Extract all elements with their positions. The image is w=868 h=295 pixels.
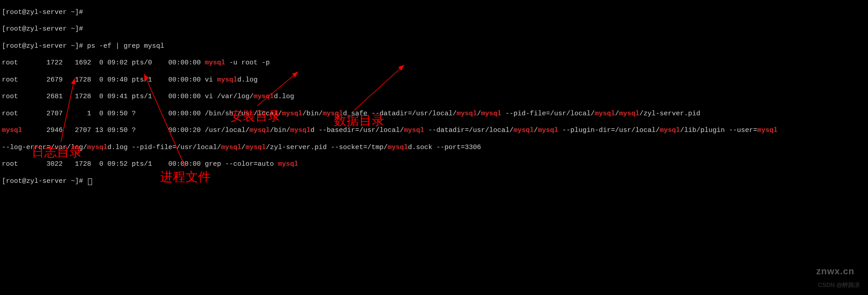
annotation-log-dir: 日志目录 <box>32 144 82 160</box>
ps-row: root 1722 1692 0 09:02 pts/0 00:00:00 my… <box>2 59 777 68</box>
annotation-data-dir: 数据目录 <box>334 113 384 128</box>
annotation-process-file: 进程文件 <box>160 169 211 185</box>
prompt-line: [root@zyl-server ~]# <box>2 9 777 17</box>
prompt-line: [root@zyl-server ~]# <box>2 25 777 34</box>
watermark-logo: znwx.cn <box>816 266 854 277</box>
command-line: [root@zyl-server ~]# ps -ef | grep mysql <box>2 42 777 51</box>
prompt-line: [root@zyl-server ~]# <box>2 177 777 186</box>
ps-row: mysql 2946 2707 13 09:50 ? 00:00:20 /usr… <box>2 127 777 135</box>
ps-row: root 2707 1 0 09:50 ? 00:00:00 /bin/sh /… <box>2 110 777 118</box>
ps-row: root 3022 1728 0 09:52 pts/1 00:00:00 gr… <box>2 160 777 169</box>
terminal-output[interactable]: [root@zyl-server ~]# [root@zyl-server ~]… <box>2 0 777 194</box>
annotation-install-dir: 安装目录 <box>230 108 281 124</box>
cursor-icon <box>88 178 92 185</box>
ps-row: root 2679 1728 0 09:40 pts/1 00:00:00 vi… <box>2 76 777 85</box>
ps-row: --log-error=/var/log/mysqld.log --pid-fi… <box>2 144 777 152</box>
watermark-csdn: CSDN @醉颜凉 <box>818 281 860 289</box>
ps-row: root 2681 1728 0 09:41 pts/1 00:00:00 vi… <box>2 93 777 101</box>
